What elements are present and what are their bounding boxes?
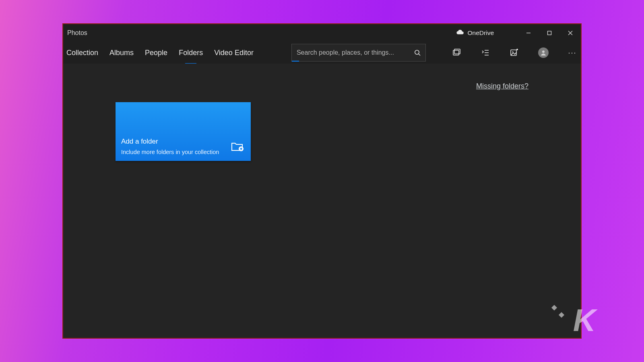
maximize-button[interactable] xyxy=(539,24,560,42)
missing-folders-link[interactable]: Missing folders? xyxy=(476,82,528,90)
onedrive-label: OneDrive xyxy=(468,29,494,37)
svg-point-4 xyxy=(415,50,419,54)
content-area: Missing folders? Add a folder Include mo… xyxy=(63,64,581,338)
onedrive-button[interactable]: OneDrive xyxy=(456,29,494,37)
toolbar-right: ··· xyxy=(451,47,581,58)
tabs: Collection Albums People Folders Video E… xyxy=(63,42,254,64)
add-folder-subtitle: Include more folders in your collection xyxy=(121,149,219,155)
photos-app-window: Photos OneDrive xyxy=(62,23,582,339)
svg-rect-1 xyxy=(548,31,551,35)
nav-bar: Collection Albums People Folders Video E… xyxy=(63,42,581,64)
account-avatar[interactable] xyxy=(538,47,549,58)
svg-line-5 xyxy=(419,54,420,56)
svg-rect-6 xyxy=(453,50,459,55)
tab-folders[interactable]: Folders xyxy=(179,42,203,64)
titlebar: Photos OneDrive xyxy=(63,24,581,42)
add-folder-tile[interactable]: Add a folder Include more folders in you… xyxy=(116,102,251,161)
edit-create-icon[interactable] xyxy=(509,47,520,58)
more-options-icon[interactable]: ··· xyxy=(567,47,578,58)
tab-people[interactable]: People xyxy=(145,42,167,64)
select-icon[interactable] xyxy=(480,47,491,58)
add-folder-icon xyxy=(231,140,244,154)
search-box[interactable] xyxy=(291,44,426,62)
tab-collection[interactable]: Collection xyxy=(66,42,98,64)
import-icon[interactable] xyxy=(451,47,462,58)
search-icon[interactable] xyxy=(409,49,425,56)
window-controls xyxy=(518,24,581,42)
add-folder-title: Add a folder xyxy=(121,138,158,146)
tab-albums[interactable]: Albums xyxy=(109,42,134,64)
cloud-icon xyxy=(456,29,464,37)
svg-rect-7 xyxy=(454,49,460,54)
tab-video-editor[interactable]: Video Editor xyxy=(214,42,254,64)
close-button[interactable] xyxy=(560,24,581,42)
app-title: Photos xyxy=(63,29,87,37)
svg-point-13 xyxy=(542,51,545,53)
minimize-button[interactable] xyxy=(518,24,539,42)
search-input[interactable] xyxy=(292,49,409,56)
